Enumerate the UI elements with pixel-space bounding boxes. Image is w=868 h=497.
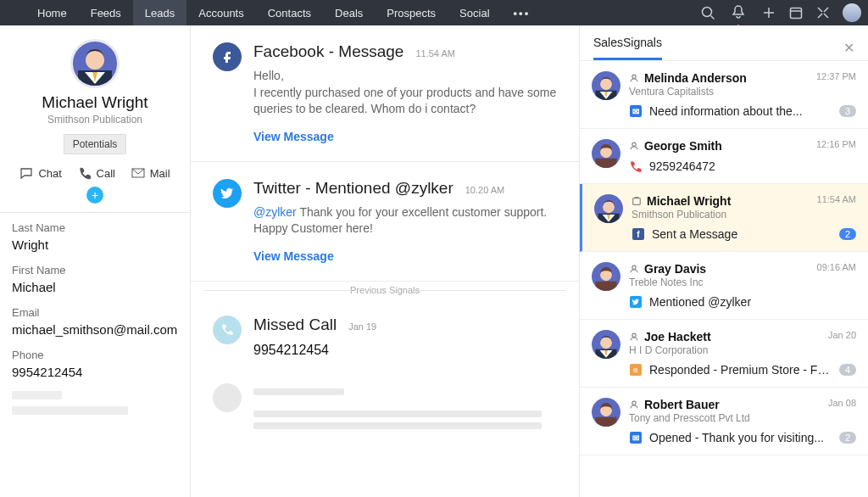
- top-nav: Home Feeds Leads Accounts Contacts Deals…: [0, 0, 868, 25]
- svg-rect-9: [633, 198, 641, 205]
- missed-call-number: 9954212454: [253, 341, 376, 360]
- notifications-icon[interactable]: [727, 4, 749, 22]
- signal-type-icon: [629, 159, 643, 173]
- nav-more[interactable]: •••: [502, 0, 542, 25]
- nav-social[interactable]: Social: [448, 0, 501, 25]
- signal-avatar: [592, 330, 620, 359]
- last-name-label: Last Name: [12, 221, 178, 234]
- twitter-icon: [213, 179, 242, 208]
- signal-company: H I D Corporation: [629, 344, 856, 356]
- signal-time: 12:16 PM: [816, 139, 856, 149]
- signal-avatar: [592, 139, 620, 168]
- calendar-icon[interactable]: [788, 5, 804, 20]
- add-button[interactable]: +: [86, 187, 103, 204]
- add-icon[interactable]: [761, 5, 776, 20]
- signal-text: Responded - Premium Store - Fee...: [649, 363, 832, 377]
- email-value: michael_smithson@mail.com: [12, 322, 178, 337]
- signal-name: Robert Bauer: [629, 398, 720, 411]
- mail-label: Mail: [150, 167, 170, 180]
- svg-point-7: [632, 75, 636, 78]
- signal-type-icon: [629, 295, 643, 309]
- feed-item-facebook[interactable]: Facebook - Message 11.54 AM Hello, I rec…: [191, 25, 579, 162]
- feed-body: @zylker Thank you for your excellent cus…: [253, 204, 557, 237]
- svg-point-4: [703, 8, 712, 17]
- feed-item-placeholder: [191, 377, 579, 451]
- feed-title: Missed Call: [253, 316, 337, 334]
- nav-deals[interactable]: Deals: [323, 0, 375, 25]
- related-chip[interactable]: Potentials: [64, 134, 127, 154]
- signal-text: Opened - Thank you for visiting...: [649, 431, 824, 444]
- signal-item[interactable]: Melinda Anderson 12:37 PM Ventura Capita…: [580, 61, 868, 129]
- tools-icon[interactable]: [815, 5, 831, 20]
- placeholder-line: [12, 406, 128, 415]
- email-label: Email: [12, 306, 178, 319]
- feed-time: Jan 19: [348, 321, 376, 332]
- signal-company: Treble Notes Inc: [629, 276, 856, 288]
- signal-time: 09:16 AM: [817, 262, 856, 272]
- feed-body: Hello, I recently purchased one of your …: [253, 68, 557, 118]
- signal-text: 9259246472: [649, 159, 715, 173]
- nav-prospects[interactable]: Prospects: [375, 0, 448, 25]
- signal-type-icon: ≡: [629, 363, 643, 377]
- view-message-link[interactable]: View Message: [253, 249, 334, 263]
- signal-type-icon: f: [632, 227, 645, 241]
- signal-type-icon: ✉: [629, 104, 643, 118]
- hamburger-icon[interactable]: [0, 0, 25, 25]
- signal-avatar: [592, 398, 620, 427]
- signal-company: Tony and Presscott Pvt Ltd: [629, 412, 856, 424]
- feed-title: Twitter - Mentioned @zylker: [253, 179, 453, 198]
- signal-item[interactable]: Michael Wright 11:54 AM Smithson Publica…: [580, 184, 868, 252]
- facebook-icon: [213, 42, 242, 71]
- close-icon[interactable]: ✕: [843, 40, 854, 56]
- signal-count-badge: 2: [839, 432, 856, 444]
- phone-label: Phone: [12, 349, 178, 361]
- placeholder-icon: [213, 383, 242, 412]
- panel-title: SalesSignals: [593, 36, 662, 60]
- signal-name: Gray Davis: [629, 262, 706, 276]
- activity-feed: Facebook - Message 11.54 AM Hello, I rec…: [191, 25, 580, 497]
- feed-item-missed-call[interactable]: Missed Call Jan 19 9954212454: [191, 299, 579, 377]
- nav-feeds[interactable]: Feeds: [79, 0, 133, 25]
- first-name-value: Michael: [12, 280, 178, 294]
- signal-text: Need information about the...: [649, 104, 803, 118]
- search-icon[interactable]: [700, 5, 715, 20]
- svg-rect-5: [791, 8, 802, 19]
- call-action[interactable]: Call: [78, 166, 115, 180]
- signal-company: Smithson Publication: [632, 209, 856, 221]
- sales-signals-panel: SalesSignals ✕ Melinda Anderson 12:37 PM…: [580, 25, 868, 497]
- signal-item[interactable]: Gray Davis 09:16 AM Treble Notes Inc Men…: [580, 252, 868, 320]
- signal-text: Sent a Message: [652, 227, 737, 241]
- lead-company: Smithson Publication: [12, 114, 178, 126]
- view-message-link[interactable]: View Message: [253, 130, 334, 143]
- svg-point-10: [632, 265, 636, 269]
- signal-item[interactable]: George Smith 12:16 PM 9259246472: [580, 129, 868, 184]
- nav-home[interactable]: Home: [25, 0, 79, 25]
- signal-name: Melinda Anderson: [629, 71, 747, 85]
- user-avatar[interactable]: [843, 3, 861, 22]
- feed-time: 11.54 AM: [415, 48, 454, 59]
- signal-item[interactable]: Joe Hackett Jan 20 H I D Corporation ≡ R…: [580, 320, 868, 388]
- feed-time: 10.20 AM: [465, 185, 504, 195]
- feed-title: Facebook - Message: [253, 42, 403, 61]
- signal-name: Joe Hackett: [629, 330, 711, 343]
- chat-action[interactable]: Chat: [19, 166, 61, 180]
- placeholder-line: [12, 391, 62, 399]
- signal-count-badge: 2: [839, 228, 856, 240]
- lead-detail-panel: Michael Wright Smithson Publication Pote…: [0, 25, 191, 497]
- signal-item[interactable]: Robert Bauer Jan 08 Tony and Presscott P…: [580, 388, 868, 455]
- svg-point-11: [632, 333, 636, 337]
- feed-item-twitter[interactable]: Twitter - Mentioned @zylker 10.20 AM @zy…: [191, 162, 579, 282]
- signal-name: Michael Wright: [632, 194, 731, 208]
- mail-action[interactable]: Mail: [131, 166, 170, 180]
- call-label: Call: [97, 167, 115, 180]
- nav-contacts[interactable]: Contacts: [256, 0, 323, 25]
- signal-name: George Smith: [629, 139, 722, 153]
- signal-type-icon: ✉: [629, 431, 643, 444]
- phone-icon: [213, 316, 242, 344]
- nav-leads[interactable]: Leads: [133, 0, 186, 25]
- nav-accounts[interactable]: Accounts: [186, 0, 255, 25]
- signal-time: 12:37 PM: [816, 71, 856, 81]
- signal-count-badge: 3: [839, 105, 856, 117]
- signal-avatar: [594, 194, 623, 223]
- signal-company: Ventura Capitalists: [629, 86, 856, 98]
